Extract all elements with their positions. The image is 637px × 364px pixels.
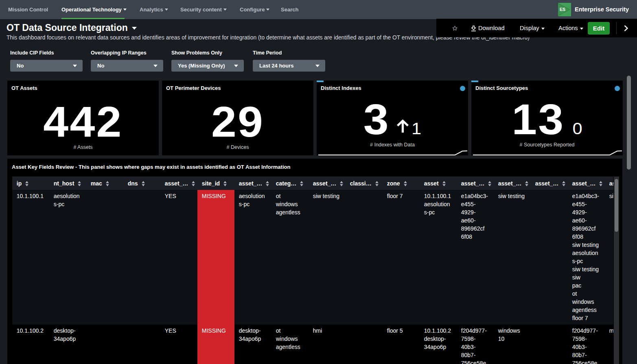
svg-text:ES: ES	[560, 7, 565, 12]
